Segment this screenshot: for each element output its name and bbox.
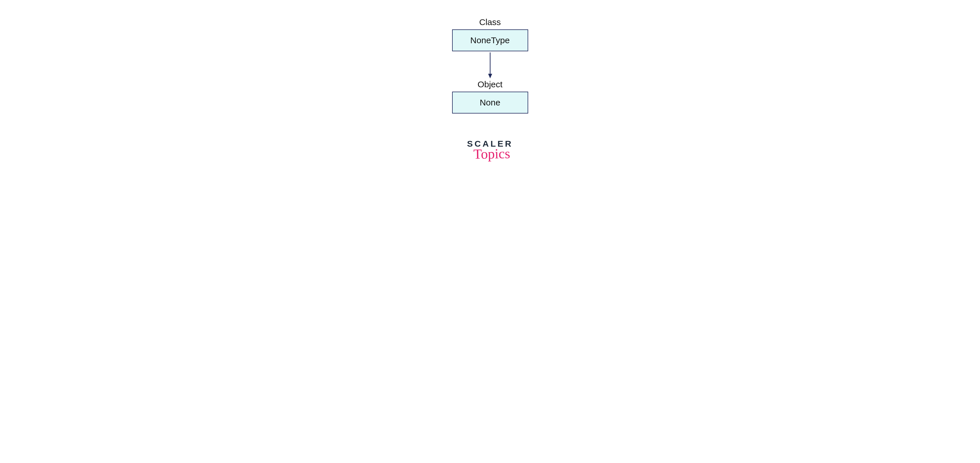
- brand-logo: SCALER Topics: [467, 140, 513, 160]
- object-box: None: [452, 92, 528, 113]
- object-label: Object: [477, 80, 503, 89]
- object-box-text: None: [480, 98, 501, 107]
- arrow-down-icon: [487, 53, 493, 78]
- class-box-text: NoneType: [470, 35, 510, 45]
- svg-marker-1: [488, 74, 492, 78]
- class-label: Class: [479, 17, 501, 27]
- brand-logo-line2: Topics: [473, 147, 510, 160]
- class-box: NoneType: [452, 29, 528, 51]
- diagram-canvas: Class NoneType Object None SCALER Topics: [0, 0, 980, 248]
